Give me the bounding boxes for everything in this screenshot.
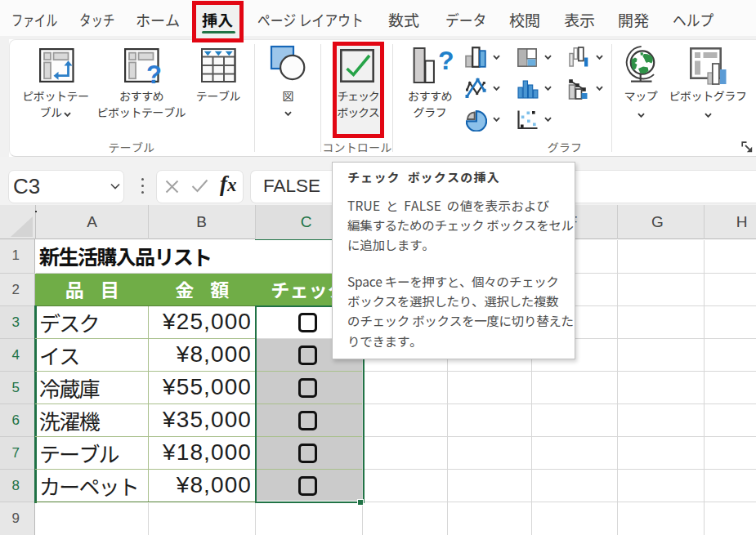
svg-text:?: ? [146,60,162,86]
svg-text:?: ? [438,47,454,75]
